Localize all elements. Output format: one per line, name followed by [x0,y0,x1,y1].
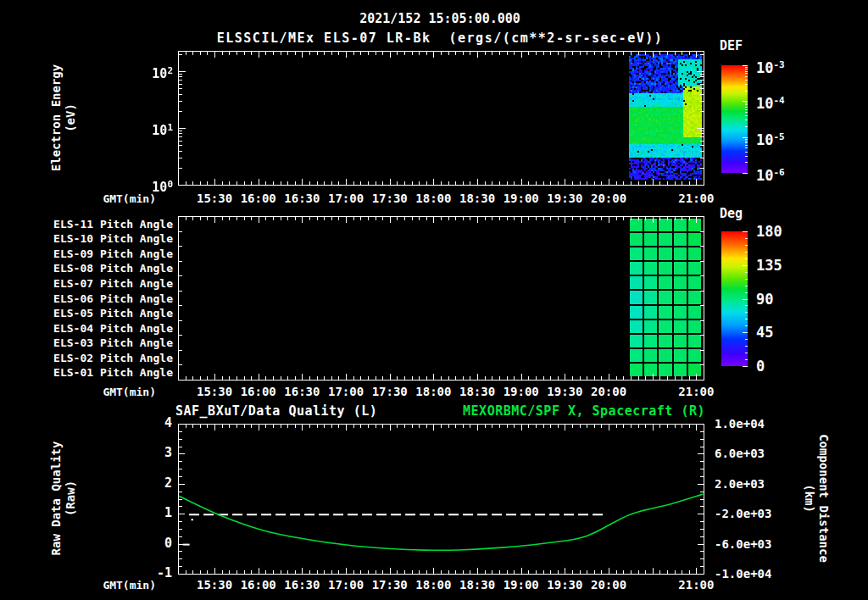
axis-tick [200,181,201,185]
pitch-cell [659,247,671,260]
axis-tick [207,570,208,574]
axis-tick [700,94,704,95]
axis-tick [572,425,573,428]
axis-tick [616,425,617,428]
axis-tick [580,181,581,185]
axis-tick [309,181,310,185]
axis-tick [700,80,704,81]
axis-tick [179,514,185,514]
axis-tick [492,570,492,574]
axis-tick [302,568,303,574]
axis-tick [179,168,182,169]
axis-tick [675,217,676,220]
pitch-cell [644,364,657,376]
axis-tick [745,346,748,347]
axis-tick [543,376,544,380]
axis-tick [273,52,274,55]
axis-tick [281,425,281,428]
axis-tick [382,570,383,574]
axis-tick [470,52,470,55]
axis-tick [558,376,559,380]
axis-tick [580,217,581,220]
axis-tick [550,425,551,428]
axis-tick [631,181,632,185]
axis-tick [696,425,697,431]
axis-tick [207,217,208,220]
pitch-cell [630,320,643,333]
axis-tick [682,52,682,55]
axis-tick [222,376,223,380]
quality-y-left-axis-label: Raw Data Quality (Raw) [49,414,78,583]
axis-tick [251,570,252,574]
axis-tick [638,181,639,185]
axis-tick [463,181,464,185]
axis-tick [700,521,704,522]
time-tick-label: 17:00 [328,385,364,398]
axis-tick [700,364,704,365]
axis-tick [631,570,632,574]
axis-tick [214,425,215,431]
axis-tick [572,570,573,574]
axis-tick [179,320,182,321]
time-tick-label: 21:00 [678,385,714,398]
raw-quality-tick-label: 1 [134,506,172,519]
axis-tick [587,52,587,55]
axis-tick [455,570,456,574]
axis-tick [186,217,186,220]
axis-tick [360,570,361,574]
axis-tick [214,217,215,223]
def-colorbar-tick-label: 10-3 [756,57,785,72]
pitch-cell [630,219,643,231]
def-colorbar [721,65,748,173]
axis-tick [455,376,456,380]
axis-tick [682,376,682,380]
axis-tick [244,570,245,574]
axis-tick [404,217,405,220]
axis-tick [507,52,508,55]
axis-tick [236,181,237,185]
axis-tick [309,425,310,428]
axis-tick [179,521,182,522]
axis-tick [346,425,347,431]
time-tick-label: 17:30 [372,578,408,592]
axis-tick [338,181,339,185]
axis-tick [485,217,486,220]
axis-tick [397,425,398,428]
axis-tick [698,514,704,514]
axis-tick [745,73,748,74]
axis-tick [214,374,215,380]
axis-tick [259,568,259,574]
axis-tick [743,299,748,300]
axis-tick [543,217,544,220]
quality-y-right-label-line1: Component Distance [816,414,831,583]
axis-tick [743,332,748,333]
pitch-cell [674,219,687,231]
axis-tick [404,376,405,380]
energy-tick-label: 102 [125,64,173,77]
axis-tick [653,568,654,574]
axis-tick [550,376,551,380]
axis-tick [580,570,581,574]
axis-tick [214,179,215,185]
axis-tick [507,217,508,220]
pitch-cell [688,262,701,275]
axis-tick [470,217,470,220]
axis-tick [179,447,182,447]
axis-tick [281,217,281,220]
axis-tick [259,217,259,223]
time-tick-label: 19:00 [504,578,539,592]
axis-tick [689,181,690,185]
axis-tick [244,376,245,380]
axis-tick [700,506,704,507]
axis-tick [207,181,208,185]
axis-tick [207,52,208,55]
axis-tick [376,181,376,185]
axis-tick [645,425,646,428]
time-tick-label: 19:00 [504,192,539,205]
axis-tick [426,425,427,428]
axis-tick [696,568,697,574]
axis-tick [222,425,223,428]
pitch-cell [659,233,671,246]
axis-tick [179,151,182,152]
pitch-cell [630,276,643,289]
